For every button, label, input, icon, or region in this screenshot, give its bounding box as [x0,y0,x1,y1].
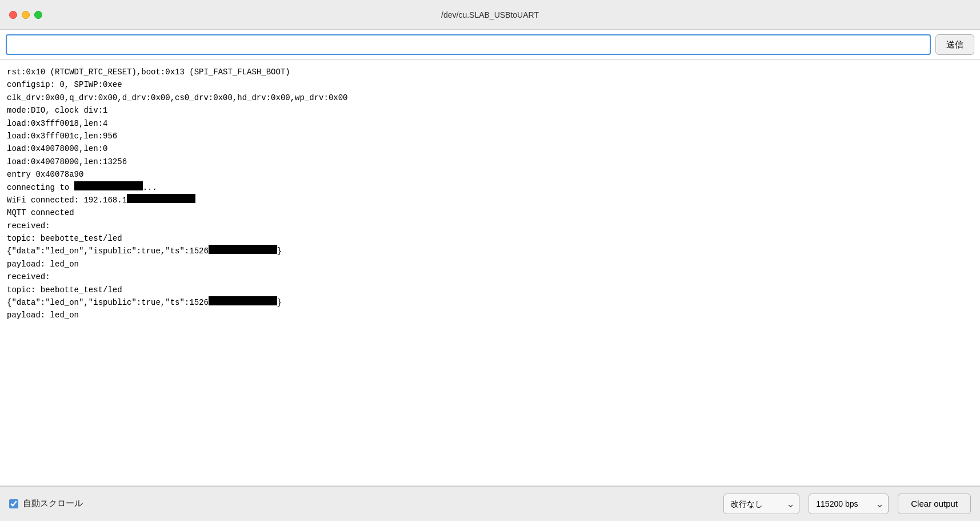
send-button[interactable]: 送信 [935,34,974,55]
baud-rate-select[interactable]: 300 bps1200 bps2400 bps4800 bps9600 bps1… [809,494,889,514]
output-line: load:0x40078000,len:0 [7,142,973,155]
minimize-button[interactable] [22,11,30,19]
titlebar: /dev/cu.SLAB_USBtoUART [0,0,980,30]
output-line: received: [7,271,973,283]
autoscroll-wrap: 自動スクロール [9,498,83,509]
bottom-bar: 自動スクロール 改行なし改行(CR)改行(LF)改行(CR+LF) ⌄ 300 … [0,486,980,520]
output-line: {"data":"led_on","ispublic":true,"ts":15… [7,296,973,309]
line-ending-select[interactable]: 改行なし改行(CR)改行(LF)改行(CR+LF) [723,494,799,514]
maximize-button[interactable] [34,11,42,19]
output-line: topic: beebotte_test/led [7,232,973,245]
traffic-lights [9,11,42,19]
output-line: load:0x3fff001c,len:956 [7,130,973,142]
output-line: rst:0x10 (RTCWDT_RTC_RESET),boot:0x13 (S… [7,66,973,78]
redacted-text [209,296,277,305]
output-line: WiFi connected: 192.168.1 [7,194,973,206]
output-line: clk_drv:0x00,q_drv:0x00,d_drv:0x00,cs0_d… [7,92,973,104]
output-area[interactable]: rst:0x10 (RTCWDT_RTC_RESET),boot:0x13 (S… [0,60,980,486]
output-line: configsip: 0, SPIWP:0xee [7,78,973,91]
output-line: load:0x3fff0018,len:4 [7,117,973,130]
redacted-text [74,181,143,190]
output-line: entry 0x40078a90 [7,168,973,181]
autoscroll-checkbox[interactable] [9,499,18,508]
output-line: MQTT connected [7,206,973,219]
line-ending-select-wrap: 改行なし改行(CR)改行(LF)改行(CR+LF) ⌄ [723,494,799,514]
output-line: mode:DIO, clock div:1 [7,104,973,117]
serial-input[interactable] [6,34,931,55]
output-line: payload: led_on [7,309,973,321]
output-line: received: [7,220,973,232]
output-line: {"data":"led_on","ispublic":true,"ts":15… [7,245,973,257]
close-button[interactable] [9,11,17,19]
redacted-text [127,194,195,203]
baud-rate-select-wrap: 300 bps1200 bps2400 bps4800 bps9600 bps1… [809,494,889,514]
output-line: connecting to ... [7,181,973,194]
output-line: payload: led_on [7,258,973,271]
output-line: load:0x40078000,len:13256 [7,156,973,168]
window-title: /dev/cu.SLAB_USBtoUART [441,10,539,19]
output-line: topic: beebotte_test/led [7,284,973,296]
input-bar: 送信 [0,30,980,60]
clear-output-button[interactable]: Clear output [898,494,971,514]
redacted-text [209,245,277,254]
autoscroll-label: 自動スクロール [23,498,83,509]
